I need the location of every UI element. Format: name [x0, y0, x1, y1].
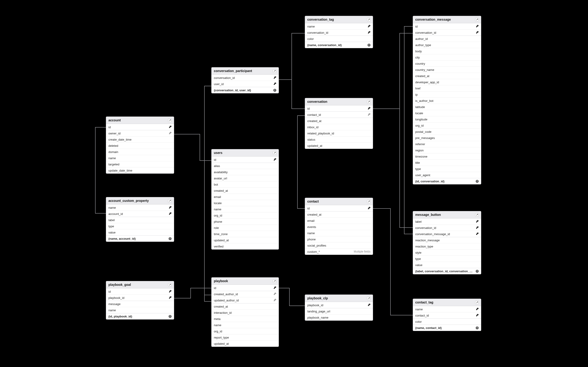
field-row[interactable]: created_author_id	[212, 291, 279, 297]
field-row[interactable]: latitude	[413, 104, 481, 110]
open-icon[interactable]: ↗	[168, 119, 172, 122]
open-icon[interactable]: ↗	[367, 200, 371, 203]
field-row[interactable]: conversation_message_id	[413, 231, 481, 237]
field-row[interactable]: pre_messages	[413, 135, 481, 141]
open-icon[interactable]: ↗	[367, 18, 371, 21]
field-row[interactable]: longitude	[413, 116, 481, 122]
field-row[interactable]: create_date_time	[106, 136, 174, 142]
index-row[interactable]: (name, contact_id)i	[413, 325, 481, 331]
field-row[interactable]: social_profiles	[305, 242, 373, 248]
field-row[interactable]: user_id	[212, 81, 279, 87]
open-icon[interactable]: ↗	[367, 100, 371, 103]
table-header[interactable]: account_custom_property↗	[106, 197, 174, 204]
open-icon[interactable]: ↗	[273, 69, 276, 73]
field-row[interactable]: created_at	[305, 118, 373, 124]
field-row[interactable]: name	[212, 206, 279, 212]
field-row[interactable]: email	[305, 217, 373, 224]
open-icon[interactable]: ↗	[273, 151, 276, 155]
open-icon[interactable]: ↗	[475, 213, 479, 217]
index-row[interactable]: (name, account_id)i	[106, 235, 174, 242]
field-row[interactable]: verified	[212, 243, 279, 249]
field-row[interactable]: value	[106, 229, 174, 235]
field-row[interactable]: region	[413, 147, 481, 153]
field-row[interactable]: name	[212, 322, 279, 328]
field-row[interactable]: updated_at	[212, 340, 279, 347]
table-playbook_goal[interactable]: playbook_goal↗idplaybook_idmessagename(i…	[106, 281, 174, 319]
field-row[interactable]: targeted	[106, 161, 174, 167]
field-row[interactable]: created_at	[413, 73, 481, 79]
field-row[interactable]: playbook_name	[305, 314, 373, 320]
field-row[interactable]: developer_app_id	[413, 79, 481, 85]
open-icon[interactable]: ↗	[168, 199, 172, 202]
field-row[interactable]: related_playbook_id	[305, 130, 373, 136]
field-row[interactable]: referrer	[413, 141, 481, 147]
table-header[interactable]: conversation_tag↗	[305, 16, 373, 23]
diagram-canvas[interactable]: account↗idowner_idcreate_date_timedelete…	[0, 0, 588, 367]
field-row[interactable]: playbook_id	[106, 294, 174, 301]
field-row[interactable]: time_zone	[212, 231, 279, 237]
field-row[interactable]: bot	[212, 181, 279, 187]
field-row[interactable]: is_author_bot	[413, 98, 481, 104]
open-icon[interactable]: ↗	[168, 283, 172, 286]
table-users[interactable]: users↗idaliasavailabilityavatar_urlbotcr…	[211, 149, 279, 250]
table-header[interactable]: conversation↗	[305, 98, 373, 105]
field-row[interactable]: color	[413, 318, 481, 325]
field-row[interactable]: created_at	[212, 303, 279, 309]
field-row[interactable]: created_at	[212, 187, 279, 194]
field-row[interactable]: id	[413, 23, 481, 29]
field-row[interactable]: role	[212, 225, 279, 231]
field-row[interactable]: name	[305, 23, 373, 29]
field-row[interactable]: href	[413, 85, 481, 91]
table-header[interactable]: playbook_clp↗	[305, 295, 373, 302]
table-contact[interactable]: contact↗idcreated_atemaileventsnamephone…	[305, 198, 373, 255]
field-row[interactable]: id	[212, 285, 279, 291]
field-row[interactable]: phone	[305, 236, 373, 242]
field-row[interactable]: id	[106, 124, 174, 130]
field-row[interactable]: conversation_id	[212, 75, 279, 81]
field-row[interactable]: updated_at	[212, 237, 279, 243]
field-row[interactable]: alias	[212, 163, 279, 169]
field-row[interactable]: playbook_id	[305, 302, 373, 308]
open-icon[interactable]: ↗	[367, 297, 371, 300]
field-row[interactable]: label	[106, 217, 174, 223]
field-row[interactable]: reaction_message	[413, 237, 481, 243]
field-row[interactable]: locale	[212, 200, 279, 206]
field-row[interactable]: report_type	[212, 334, 279, 340]
field-row[interactable]: contact_id	[305, 111, 373, 118]
index-row[interactable]: (conversation_id, user_id)i	[212, 87, 279, 93]
field-row[interactable]: locale	[413, 110, 481, 116]
field-row[interactable]: created_at	[305, 211, 373, 217]
field-row[interactable]: events	[305, 224, 373, 230]
table-header[interactable]: message_button↗	[413, 211, 481, 218]
field-row[interactable]: name	[413, 306, 481, 312]
field-row[interactable]: account_id	[106, 211, 174, 217]
index-row[interactable]: (name, conversation_id)i	[305, 42, 373, 48]
open-icon[interactable]: ↗	[475, 301, 479, 304]
field-row[interactable]: owner_id	[106, 130, 174, 136]
field-row[interactable]: id	[212, 156, 279, 163]
field-row[interactable]: name	[106, 204, 174, 211]
table-contact_tag[interactable]: contact_tag↗namecontact_idcolor(name, co…	[413, 299, 481, 331]
table-playbook_clp[interactable]: playbook_clp↗playbook_idlanding_page_url…	[305, 294, 373, 321]
field-row[interactable]: author_id	[413, 35, 481, 42]
field-row[interactable]: country	[413, 60, 481, 67]
table-message_button[interactable]: message_button↗labelconversation_idconve…	[413, 211, 481, 274]
index-row[interactable]: (id, conversation_id)i	[413, 178, 481, 184]
field-row[interactable]: label	[413, 218, 481, 225]
open-icon[interactable]: ↗	[273, 279, 276, 283]
field-row[interactable]: conversation_id	[413, 225, 481, 231]
field-row[interactable]: id	[106, 288, 174, 294]
field-row[interactable]: value	[413, 262, 481, 268]
table-header[interactable]: contact_tag↗	[413, 299, 481, 306]
table-playbook[interactable]: playbook↗idcreated_author_idupdated_auth…	[211, 277, 279, 347]
field-row[interactable]: message	[106, 301, 174, 307]
field-row[interactable]: email	[212, 194, 279, 200]
field-row[interactable]: postal_code	[413, 128, 481, 135]
table-account[interactable]: account↗idowner_idcreate_date_timedelete…	[106, 117, 174, 174]
table-header[interactable]: playbook↗	[212, 277, 279, 285]
field-row[interactable]: phone	[212, 218, 279, 225]
field-row[interactable]: interaction_id	[212, 309, 279, 316]
field-row[interactable]: title	[413, 159, 481, 166]
field-row[interactable]: id	[305, 205, 373, 211]
field-row[interactable]: body	[413, 48, 481, 54]
